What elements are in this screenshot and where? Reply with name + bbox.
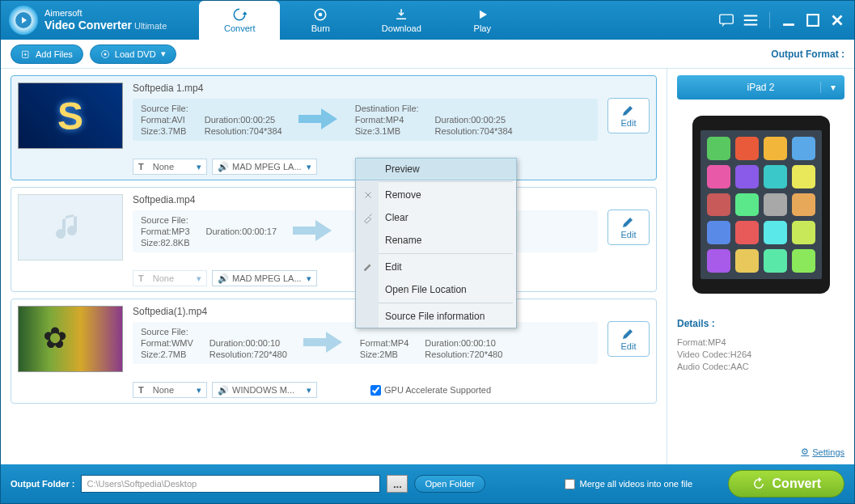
file-list: Softpedia 1.mp4 Source File: Format:AVI … xyxy=(1,69,667,464)
output-format-label: Output Format : xyxy=(771,49,844,60)
subtitle-select[interactable]: T None▾ xyxy=(133,159,207,175)
scissors-icon xyxy=(362,189,374,201)
speaker-icon: 🔊 xyxy=(218,162,229,172)
tab-download[interactable]: Download xyxy=(361,1,442,40)
app-icon xyxy=(735,249,759,273)
arrow-icon xyxy=(298,107,339,133)
ctx-open-location[interactable]: Open File Location xyxy=(356,278,516,301)
merge-checkbox[interactable] xyxy=(565,479,575,489)
subtitle-select[interactable]: T None▾ xyxy=(133,270,207,286)
svg-rect-4 xyxy=(807,15,819,26)
app-title: Aimersoft Video Converter Ultimate xyxy=(44,8,167,32)
app-icon xyxy=(707,249,730,273)
app-icon xyxy=(707,221,730,244)
ctx-rename[interactable]: Rename xyxy=(356,229,516,252)
ctx-preview[interactable]: Preview xyxy=(355,158,517,180)
thumbnail xyxy=(18,83,123,149)
detail-acodec: Audio Codec:AAC xyxy=(677,362,844,371)
load-dvd-button[interactable]: Load DVD ▾ xyxy=(90,44,176,64)
tab-play[interactable]: Play xyxy=(442,1,523,40)
footer: Output Folder : ... Open Folder Merge al… xyxy=(1,464,854,503)
edit-button[interactable]: Edit xyxy=(607,98,650,133)
close-button[interactable] xyxy=(828,13,846,28)
app-icon xyxy=(764,193,787,217)
chevron-down-icon: ▾ xyxy=(161,49,166,59)
feedback-icon[interactable] xyxy=(717,13,735,28)
svg-point-7 xyxy=(104,53,106,55)
app-icon xyxy=(792,165,815,188)
gpu-checkbox[interactable] xyxy=(370,385,381,396)
output-folder-label: Output Folder : xyxy=(11,479,74,489)
svg-point-2 xyxy=(319,13,323,17)
browse-button[interactable]: ... xyxy=(387,475,408,493)
app-icon xyxy=(707,165,730,188)
settings-link[interactable]: ⚙Settings xyxy=(801,447,844,457)
edit-button[interactable]: Edit xyxy=(607,321,650,357)
ctx-remove[interactable]: Remove xyxy=(356,184,516,206)
app-icon xyxy=(764,221,787,244)
app-icon xyxy=(764,137,787,160)
app-icon xyxy=(707,193,730,217)
subtitle-select[interactable]: T None▾ xyxy=(133,382,207,398)
app-icon xyxy=(735,193,759,217)
speaker-icon: 🔊 xyxy=(218,273,229,284)
edit-button[interactable]: Edit xyxy=(607,210,650,245)
app-icon xyxy=(735,137,759,160)
open-folder-button[interactable]: Open Folder xyxy=(414,475,485,493)
title-bar: Aimersoft Video Converter Ultimate Conve… xyxy=(1,1,854,40)
ctx-clear[interactable]: Clear xyxy=(356,206,516,229)
app-icon xyxy=(735,221,759,244)
output-folder-input[interactable] xyxy=(81,475,380,493)
thumbnail xyxy=(18,306,123,372)
gear-icon: ⚙ xyxy=(801,447,809,457)
file-item[interactable]: Softpedia(1).mp4 Source File: Format:WMV… xyxy=(11,299,657,404)
menu-icon[interactable] xyxy=(742,13,760,28)
detail-vcodec: Video Codec:H264 xyxy=(677,349,844,359)
maximize-button[interactable] xyxy=(804,13,822,28)
ctx-edit[interactable]: Edit xyxy=(356,256,516,278)
app-logo xyxy=(9,6,38,35)
device-preview xyxy=(692,116,830,294)
sidebar: iPad 2 ▾ Details : Format:MP4 Video Code… xyxy=(667,69,854,464)
svg-rect-3 xyxy=(720,15,734,23)
app-icon xyxy=(764,249,787,273)
speaker-icon: 🔊 xyxy=(218,385,229,396)
app-icon xyxy=(792,137,815,160)
chevron-down-icon: ▾ xyxy=(820,82,844,93)
app-icon xyxy=(764,165,787,188)
tab-convert[interactable]: Convert xyxy=(199,1,280,40)
details-title: Details : xyxy=(677,318,844,329)
broom-icon xyxy=(362,212,374,223)
convert-button[interactable]: Convert xyxy=(728,470,844,498)
tab-burn[interactable]: Burn xyxy=(280,1,361,40)
file-item[interactable]: Softpedia.mp4 Source File: Format:MP3 Si… xyxy=(11,187,657,292)
add-files-button[interactable]: Add Files xyxy=(11,44,83,64)
output-format-select[interactable]: iPad 2 ▾ xyxy=(677,75,844,100)
ctx-source-info[interactable]: Source File information xyxy=(356,305,516,328)
minimize-button[interactable] xyxy=(780,13,798,28)
audio-select[interactable]: 🔊WINDOWS M...▾ xyxy=(212,382,317,398)
file-name: Softpedia 1.mp4 xyxy=(133,83,598,94)
audio-select[interactable]: 🔊MAD MPEG LA...▾ xyxy=(212,270,317,286)
context-menu: Preview Remove Clear Rename Edit Open Fi… xyxy=(355,158,517,328)
audio-select[interactable]: 🔊MAD MPEG LA...▾ xyxy=(212,159,317,175)
toolbar: Add Files Load DVD ▾ Output Format : xyxy=(1,40,854,69)
arrow-icon xyxy=(303,330,344,356)
app-icon xyxy=(792,193,815,217)
detail-format: Format:MP4 xyxy=(677,337,844,347)
app-icon xyxy=(735,165,759,188)
app-icon xyxy=(707,137,730,160)
pencil-icon xyxy=(362,261,374,273)
app-icon xyxy=(792,221,815,244)
arrow-icon xyxy=(293,218,333,244)
thumbnail xyxy=(18,194,123,260)
file-item[interactable]: Softpedia 1.mp4 Source File: Format:AVI … xyxy=(11,75,657,180)
app-icon xyxy=(792,249,815,273)
